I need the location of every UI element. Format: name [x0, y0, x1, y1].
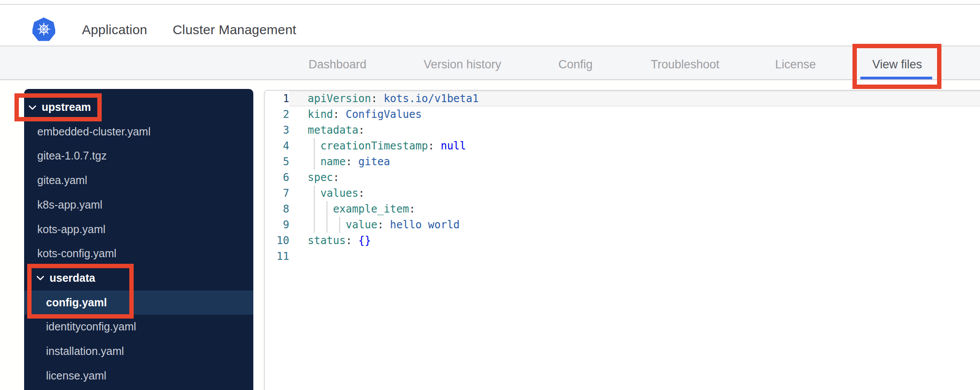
line-number: 11 — [265, 248, 289, 264]
indent-guide — [314, 154, 315, 170]
code-token: value — [346, 219, 377, 231]
indent-guide — [327, 217, 327, 233]
code-token: gitea — [352, 156, 390, 168]
code-line: 5 name: gitea — [265, 154, 980, 170]
code-line: 8 example_item: — [265, 201, 980, 217]
tree-file-gitea-yaml[interactable]: gitea.yaml — [24, 168, 253, 192]
code-line-content: status: {} — [289, 233, 980, 248]
code-line-content — [289, 248, 980, 264]
nav-item-dashboard[interactable]: Dashboard — [309, 58, 366, 71]
line-number: 3 — [265, 122, 289, 138]
indent-guide — [314, 138, 315, 154]
code-token: metadata — [308, 124, 359, 136]
code-line: 4 creationTimestamp: null — [265, 138, 980, 154]
code-token — [352, 234, 358, 247]
line-number: 9 — [265, 217, 289, 233]
code-token: null — [440, 140, 466, 152]
code-token: : — [359, 187, 365, 199]
code-line: 7 values: — [265, 185, 980, 201]
code-token: : — [346, 234, 352, 247]
code-token — [308, 203, 333, 215]
code-token: : — [377, 219, 383, 231]
line-number: 1 — [265, 91, 289, 106]
code-token — [434, 140, 440, 152]
code-line: 1apiVersion: kots.io/v1beta1 — [265, 91, 980, 106]
line-number: 5 — [265, 154, 289, 170]
code-token: : — [359, 124, 365, 136]
code-token: hello world — [383, 219, 459, 231]
code-token: : — [428, 140, 434, 152]
tree-item-label: gitea-1.0.7.tgz — [37, 149, 107, 162]
code-line: 10status: {} — [265, 233, 980, 248]
code-line-content: kind: ConfigValues — [289, 106, 980, 122]
tree-file-embedded-cluster-yaml[interactable]: embedded-cluster.yaml — [24, 120, 253, 144]
tree-item-label: kots-app.yaml — [37, 223, 106, 236]
code-line-content: values: — [289, 185, 980, 201]
code-token: : — [409, 203, 415, 215]
tree-item-label: config.yaml — [46, 296, 107, 309]
nav-item-config[interactable]: Config — [558, 58, 593, 71]
code-line-content: creationTimestamp: null — [289, 138, 980, 154]
code-token: : — [333, 171, 339, 184]
tree-file-kots-config-yaml[interactable]: kots-config.yaml — [24, 241, 253, 266]
code-line: 6spec: — [265, 170, 980, 185]
tab-cluster-management[interactable]: Cluster Management — [173, 22, 296, 37]
code-token: {} — [359, 234, 371, 247]
nav-item-license[interactable]: License — [775, 58, 816, 71]
line-number: 7 — [265, 185, 289, 201]
code-editor[interactable]: 1apiVersion: kots.io/v1beta12kind: Confi… — [264, 90, 980, 390]
tree-file-config-yaml[interactable]: config.yaml — [24, 291, 253, 315]
indent-guide — [339, 217, 340, 233]
tree-file-license-yaml[interactable]: license.yaml — [24, 364, 253, 388]
code-line-content: name: gitea — [289, 154, 980, 170]
tree-item-label: installation.yaml — [46, 345, 124, 358]
code-line-content: apiVersion: kots.io/v1beta1 — [289, 91, 980, 106]
tree-item-label: kots-config.yaml — [37, 247, 117, 260]
tree-folder-upstream[interactable]: upstream — [24, 95, 253, 119]
chevron-down-icon — [36, 275, 44, 280]
indent-guide — [314, 185, 315, 201]
tree-file-identityconfig-yaml[interactable]: identityconfig.yaml — [24, 315, 253, 339]
code-token: ConfigValues — [339, 108, 422, 121]
indent-guide — [314, 217, 315, 233]
tab-application[interactable]: Application — [82, 22, 147, 37]
code-token: kind — [308, 108, 333, 121]
tree-item-label: identityconfig.yaml — [46, 320, 136, 333]
line-number: 4 — [265, 138, 289, 154]
tree-item-label: gitea.yaml — [37, 174, 87, 187]
nav-item-troubleshoot[interactable]: Troubleshoot — [651, 58, 720, 71]
code-token: spec — [308, 171, 333, 184]
code-line: 2kind: ConfigValues — [265, 106, 980, 122]
code-token: kots.io/v1beta1 — [377, 92, 479, 105]
code-line: 3metadata: — [265, 122, 980, 138]
kubernetes-logo[interactable] — [32, 17, 55, 43]
code-token: : — [346, 156, 352, 168]
code-token: values — [320, 187, 359, 199]
tree-item-label: embedded-cluster.yaml — [37, 125, 150, 138]
secondary-nav-divider — [0, 79, 980, 80]
tree-file-k8s-app-yaml[interactable]: k8s-app.yaml — [24, 193, 253, 217]
tree-file-installation-yaml[interactable]: installation.yaml — [24, 339, 253, 363]
tree-file-gitea-1-0-7-tgz[interactable]: gitea-1.0.7.tgz — [24, 144, 253, 168]
nav-item-version-history[interactable]: Version history — [423, 58, 501, 71]
chevron-down-icon — [28, 105, 36, 110]
code-line: 9 value: hello world — [265, 217, 980, 233]
code-token: example_item — [333, 203, 409, 215]
code-line-content: value: hello world — [289, 217, 980, 233]
tree-item-label: k8s-app.yaml — [37, 199, 103, 211]
indent-guide — [327, 201, 327, 217]
file-tree-sidebar: upstreamembedded-cluster.yamlgitea-1.0.7… — [24, 89, 253, 390]
code-line: 11 — [265, 248, 980, 264]
nav-item-view-files[interactable]: View files — [872, 58, 922, 71]
code-line-content: spec: — [289, 170, 980, 185]
line-number: 10 — [265, 233, 289, 248]
line-number: 8 — [265, 201, 289, 217]
tree-item-label: license.yaml — [46, 369, 107, 382]
code-line-content: example_item: — [289, 201, 980, 217]
code-token: : — [333, 108, 339, 121]
tree-folder-userdata[interactable]: userdata — [24, 266, 253, 290]
code-token: status — [308, 234, 346, 247]
code-token: : — [371, 92, 377, 105]
code-line-content: metadata: — [289, 122, 980, 138]
tree-file-kots-app-yaml[interactable]: kots-app.yaml — [24, 217, 253, 241]
